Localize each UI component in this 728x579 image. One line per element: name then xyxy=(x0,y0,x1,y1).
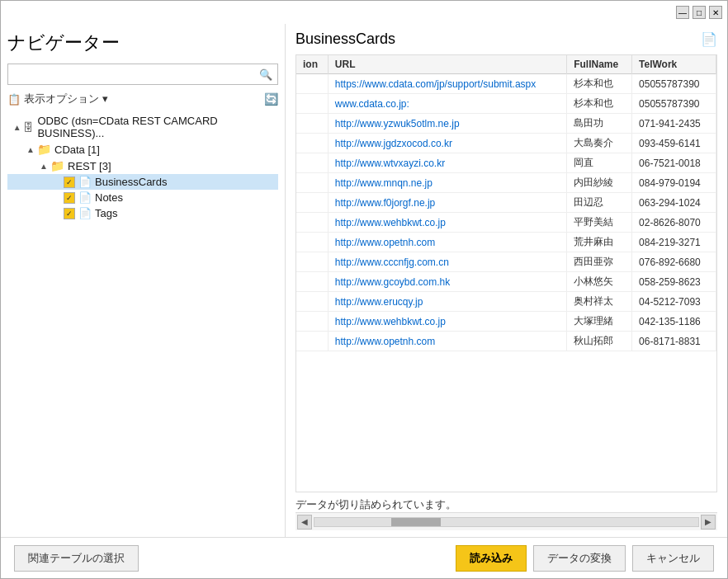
tree-item-tags[interactable]: ✓ 📄 Tags xyxy=(7,205,278,221)
table-row: http://www.opetnh.com荒井麻由084-219-3271 xyxy=(296,233,716,252)
cell-fullname: 岡直 xyxy=(567,153,632,173)
window-controls: — □ ✕ xyxy=(676,6,722,19)
cell-telwork: 042-135-1186 xyxy=(632,312,716,332)
cell-fullname: 秋山拓郎 xyxy=(567,332,632,351)
businesscards-label: BusinessCards xyxy=(95,176,167,188)
cell-ion xyxy=(296,252,328,272)
cell-ion xyxy=(296,193,328,213)
cell-url[interactable]: http://www.f0jorgf.ne.jp xyxy=(328,193,566,213)
cancel-button[interactable]: キャンセル xyxy=(632,545,714,572)
options-label[interactable]: 📋 表示オプション ▾ xyxy=(7,92,108,106)
horizontal-scrollbar[interactable]: ◀ ▶ xyxy=(295,512,717,530)
navigator-dialog: — □ ✕ ナビゲーター 🔍 📋 表示オプション ▾ 🔄 xyxy=(0,0,728,579)
cell-telwork: 093-459-6141 xyxy=(632,134,716,153)
options-bar: 📋 表示オプション ▾ 🔄 xyxy=(7,92,278,106)
panel-title: BusinessCards xyxy=(295,31,395,48)
cell-url[interactable]: http://www.yzwuk5otlm.ne.jp xyxy=(328,114,566,134)
left-panel: ナビゲーター 🔍 📋 表示オプション ▾ 🔄 ▲ 🗄 ODBC (dsn=CDa… xyxy=(1,24,286,537)
cell-ion xyxy=(296,114,328,134)
scroll-left-button[interactable]: ◀ xyxy=(297,515,312,530)
tree-item-notes[interactable]: ✓ 📄 Notes xyxy=(7,190,278,205)
table-row: http://www.cccnfjg.com.cn西田亜弥076-892-668… xyxy=(296,252,716,272)
table-row: http://www.jgdzxocod.co.kr大島奏介093-459-61… xyxy=(296,134,716,153)
cell-fullname: 奥村祥太 xyxy=(567,292,632,312)
cell-fullname: 荒井麻由 xyxy=(567,233,632,252)
footer-right: 読み込み データの変換 キャンセル xyxy=(456,545,714,572)
cell-url[interactable]: www.cdata.co.jp: xyxy=(328,94,566,114)
cell-url[interactable]: http://www.wehbkwt.co.jp xyxy=(328,312,566,332)
cell-ion xyxy=(296,153,328,173)
checkbox-notes[interactable]: ✓ xyxy=(64,192,75,204)
table-icon: 📄 xyxy=(78,176,92,188)
cell-fullname: 杉本和也 xyxy=(567,74,632,94)
cell-telwork: 06-8171-8831 xyxy=(632,332,716,351)
col-header-ion: ion xyxy=(296,55,328,74)
scroll-track[interactable] xyxy=(314,517,699,527)
title-bar: — □ ✕ xyxy=(1,1,727,24)
tree-item-rest[interactable]: ▲ 📁 REST [3] xyxy=(7,158,278,174)
related-tables-button[interactable]: 関連テーブルの選択 xyxy=(14,545,139,572)
table-row: http://www.mnqn.ne.jp内田紗綾084-979-0194 xyxy=(296,173,716,193)
tree-item-odbc[interactable]: ▲ 🗄 ODBC (dsn=CData REST CAMCARD BUSINES… xyxy=(7,113,278,141)
table-row: www.cdata.co.jp:杉本和也05055787390 xyxy=(296,94,716,114)
scroll-right-button[interactable]: ▶ xyxy=(701,515,716,530)
cell-telwork: 071-941-2435 xyxy=(632,114,716,134)
expand-icon: ▲ xyxy=(11,123,23,132)
scroll-thumb[interactable] xyxy=(391,518,441,526)
cell-url[interactable]: https://www.cdata.com/jp/support/submit.… xyxy=(328,74,566,94)
checkbox-tags[interactable]: ✓ xyxy=(64,208,75,219)
folder-icon: 📁 xyxy=(37,143,51,156)
tags-label: Tags xyxy=(95,207,117,219)
table-icon: 📄 xyxy=(78,207,92,219)
cell-url[interactable]: http://www.mnqn.ne.jp xyxy=(328,173,566,193)
transform-button[interactable]: データの変換 xyxy=(533,545,626,572)
tree-item-cdata[interactable]: ▲ 📁 CData [1] xyxy=(7,141,278,158)
close-button[interactable]: ✕ xyxy=(709,6,722,19)
cell-url[interactable]: http://www.wehbkwt.co.jp xyxy=(328,213,566,233)
notes-label: Notes xyxy=(95,191,123,204)
cell-fullname: 大島奏介 xyxy=(567,134,632,153)
cell-telwork: 02-8626-8070 xyxy=(632,213,716,233)
minimize-button[interactable]: — xyxy=(676,6,689,19)
footer-left: 関連テーブルの選択 xyxy=(14,545,139,572)
cell-ion xyxy=(296,94,328,114)
table-row: http://www.opetnh.com秋山拓郎06-8171-8831 xyxy=(296,332,716,351)
tree-item-businesscards[interactable]: ✓ 📄 BusinessCards xyxy=(7,174,278,190)
cell-ion xyxy=(296,292,328,312)
data-table-container[interactable]: ion URL FullName TelWork https://www.cda… xyxy=(295,54,717,492)
cell-url[interactable]: http://www.wtvxayzi.co.kr xyxy=(328,153,566,173)
cell-telwork: 084-979-0194 xyxy=(632,173,716,193)
load-button[interactable]: 読み込み xyxy=(456,545,527,572)
nav-title: ナビゲーター xyxy=(7,31,278,55)
search-box[interactable]: 🔍 xyxy=(7,64,278,85)
cell-url[interactable]: http://www.opetnh.com xyxy=(328,233,566,252)
table-row: http://www.yzwuk5otlm.ne.jp島田功071-941-24… xyxy=(296,114,716,134)
cell-url[interactable]: http://www.cccnfjg.com.cn xyxy=(328,252,566,272)
cell-telwork: 076-892-6680 xyxy=(632,252,716,272)
cell-telwork: 063-294-1024 xyxy=(632,193,716,213)
search-icon: 🔍 xyxy=(254,67,277,82)
cell-telwork: 058-259-8623 xyxy=(632,272,716,292)
cell-telwork: 06-7521-0018 xyxy=(632,153,716,173)
db-icon: 🗄 xyxy=(23,121,34,134)
col-header-telwork: TelWork xyxy=(632,55,716,74)
folder-icon: 📁 xyxy=(50,159,64,172)
cell-url[interactable]: http://www.erucqy.jp xyxy=(328,292,566,312)
right-panel: BusinessCards 📄 ion URL FullName TelWork… xyxy=(286,24,727,537)
options-icon: 📋 xyxy=(7,93,21,106)
cell-url[interactable]: http://www.jgdzxocod.co.kr xyxy=(328,134,566,153)
cell-url[interactable]: http://www.gcoybd.com.hk xyxy=(328,272,566,292)
cell-url[interactable]: http://www.opetnh.com xyxy=(328,332,566,351)
tree-area: ▲ 🗄 ODBC (dsn=CData REST CAMCARD BUSINES… xyxy=(7,113,278,530)
checkbox-businesscards[interactable]: ✓ xyxy=(64,177,75,188)
table-icon: 📄 xyxy=(78,191,92,204)
cell-ion xyxy=(296,74,328,94)
panel-refresh-icon[interactable]: 🔄 xyxy=(264,92,278,106)
truncated-message: データが切り詰められています。 xyxy=(295,497,717,512)
search-input[interactable] xyxy=(8,67,254,82)
restore-button[interactable]: □ xyxy=(693,6,706,19)
col-header-fullname: FullName xyxy=(567,55,632,74)
cell-fullname: 島田功 xyxy=(567,114,632,134)
table-header-row: ion URL FullName TelWork xyxy=(296,55,716,74)
footer: 関連テーブルの選択 読み込み データの変換 キャンセル xyxy=(1,537,727,578)
